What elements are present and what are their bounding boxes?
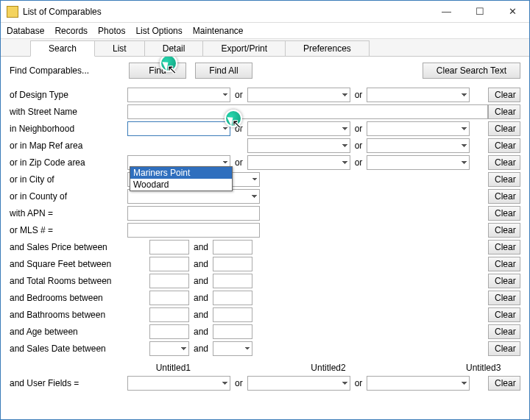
design-type-combo-2[interactable]	[247, 88, 350, 102]
menu-database[interactable]: Database	[7, 26, 44, 36]
label-sales-date: and Sales Date between	[10, 344, 149, 354]
user-field-header-1: Untitled1	[136, 363, 211, 373]
label-age: and Age between	[10, 327, 149, 337]
menu-photos[interactable]: Photos	[98, 26, 125, 36]
label-user-fields: and User Fields =	[10, 378, 127, 388]
and-text: and	[194, 327, 208, 337]
menu-records[interactable]: Records	[54, 26, 88, 36]
tab-list[interactable]: List	[94, 40, 145, 56]
label-design-type: of Design Type	[10, 90, 127, 100]
minimize-button[interactable]: —	[430, 1, 463, 22]
bathrooms-from[interactable]	[149, 307, 189, 322]
tab-export-print[interactable]: Export/Print	[202, 40, 286, 56]
label-city: or in City of	[10, 174, 127, 185]
menu-bar: Database Records Photos List Options Mai…	[1, 23, 529, 39]
window-title: List of Comparables	[23, 7, 102, 17]
clear-age[interactable]: Clear	[488, 324, 520, 339]
or-text: or	[235, 90, 243, 100]
sales-date-from[interactable]	[149, 341, 189, 356]
sqft-from[interactable]	[149, 257, 189, 271]
bedrooms-to[interactable]	[213, 291, 252, 305]
label-bedrooms: and Bedrooms between	[10, 293, 149, 303]
label-map-ref: or in Map Ref area	[10, 140, 127, 151]
clear-search-text-button[interactable]: Clear Search Text	[423, 63, 520, 79]
label-sqft: and Square Feet between	[10, 259, 149, 269]
apn-input[interactable]	[127, 206, 260, 221]
sales-price-to[interactable]	[213, 240, 252, 255]
tab-bar: Search List Detail Export/Print Preferen…	[1, 39, 529, 57]
clear-mls[interactable]: Clear	[488, 223, 520, 238]
dd-item-woodard[interactable]: Woodard	[130, 179, 232, 191]
map-ref-combo-2[interactable]	[247, 138, 350, 153]
label-county: or in County of	[10, 191, 127, 202]
zip-combo-3[interactable]	[367, 155, 470, 170]
clear-design-type[interactable]: Clear	[488, 88, 520, 102]
app-icon	[7, 6, 18, 18]
street-name-input[interactable]	[127, 104, 488, 119]
or-text: or	[355, 90, 363, 100]
clear-street-name[interactable]: Clear	[488, 104, 520, 119]
zip-combo-2[interactable]	[247, 155, 350, 170]
title-bar: List of Comparables — ☐ ✕	[1, 1, 529, 23]
clear-sqft[interactable]: Clear	[488, 257, 520, 271]
search-panel: Find Comparables... Find Find All Clear …	[1, 57, 529, 419]
clear-rooms[interactable]: Clear	[488, 274, 520, 288]
user-field-combo-3[interactable]	[367, 376, 470, 391]
label-street-name: with Street Name	[10, 107, 127, 117]
tab-search[interactable]: Search	[30, 40, 95, 57]
clear-bathrooms[interactable]: Clear	[488, 307, 520, 322]
or-text: or	[235, 157, 243, 168]
neighborhood-combo-2[interactable]	[247, 121, 350, 136]
or-text: or	[355, 378, 363, 388]
label-mls: or MLS # =	[10, 225, 127, 235]
or-text: or	[355, 124, 363, 134]
clear-sales-price[interactable]: Clear	[488, 240, 520, 255]
label-zip: or in Zip Code area	[10, 157, 127, 168]
neighborhood-combo-1[interactable]	[127, 121, 230, 136]
clear-bedrooms[interactable]: Clear	[488, 291, 520, 305]
clear-city[interactable]: Clear	[488, 172, 520, 187]
user-field-header-3: Untitled3	[446, 363, 520, 373]
tab-detail[interactable]: Detail	[144, 40, 204, 56]
find-button[interactable]: Find	[129, 63, 186, 79]
clear-map-ref[interactable]: Clear	[488, 138, 520, 153]
clear-county[interactable]: Clear	[488, 189, 520, 204]
label-neighborhood: in Neighborhood	[10, 124, 127, 134]
age-to[interactable]	[213, 324, 252, 339]
dd-item-mariners-point[interactable]: Mariners Point	[130, 167, 232, 179]
map-ref-combo-3[interactable]	[367, 138, 470, 153]
label-sales-price: and Sales Price between	[10, 242, 149, 252]
rooms-to[interactable]	[213, 274, 252, 288]
and-text: and	[194, 344, 208, 354]
age-from[interactable]	[149, 324, 189, 339]
user-field-combo-2[interactable]	[247, 376, 350, 391]
clear-neighborhood[interactable]: Clear	[488, 121, 520, 136]
bathrooms-to[interactable]	[213, 307, 252, 322]
clear-zip[interactable]: Clear	[488, 155, 520, 170]
and-text: and	[194, 276, 208, 286]
rooms-from[interactable]	[149, 274, 189, 288]
design-type-combo-1[interactable]	[127, 88, 230, 102]
sales-price-from[interactable]	[149, 240, 189, 255]
find-comparables-label: Find Comparables...	[10, 65, 120, 76]
user-field-combo-1[interactable]	[127, 376, 230, 391]
and-text: and	[194, 259, 208, 269]
label-rooms: and Total Rooms between	[10, 276, 149, 286]
bedrooms-from[interactable]	[149, 291, 189, 305]
tab-preferences[interactable]: Preferences	[285, 40, 370, 56]
find-all-button[interactable]: Find All	[195, 63, 252, 79]
clear-sales-date[interactable]: Clear	[488, 341, 520, 356]
menu-maintenance[interactable]: Maintenance	[193, 26, 244, 36]
mls-input[interactable]	[127, 223, 260, 238]
sales-date-to[interactable]	[213, 341, 252, 356]
close-button[interactable]: ✕	[496, 1, 529, 22]
design-type-combo-3[interactable]	[367, 88, 470, 102]
or-text: or	[355, 140, 363, 151]
sqft-to[interactable]	[213, 257, 252, 271]
menu-list-options[interactable]: List Options	[135, 26, 182, 36]
neighborhood-combo-3[interactable]	[367, 121, 470, 136]
clear-user-fields[interactable]: Clear	[488, 376, 520, 391]
maximize-button[interactable]: ☐	[463, 1, 496, 22]
clear-apn[interactable]: Clear	[488, 206, 520, 221]
or-text: or	[235, 378, 243, 388]
